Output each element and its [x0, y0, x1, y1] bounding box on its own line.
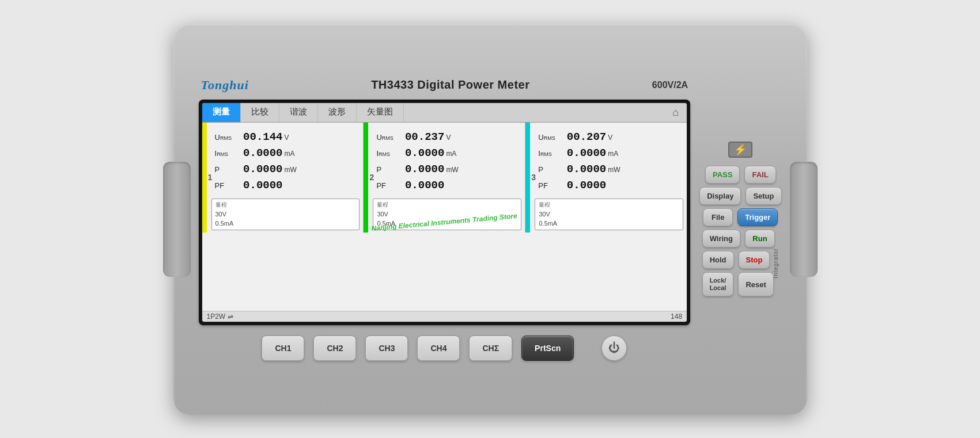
handle-right: [790, 162, 818, 277]
ch2-irms-row: IRMS 0.0000 mA: [376, 147, 521, 159]
usb-port: ⚡: [728, 142, 752, 158]
ch2-p-row: P 0.0000 mW: [376, 163, 521, 176]
screen-bezel: 测量 比较 谐波 波形 矢量图 ⌂ 1: [199, 100, 691, 325]
ch1-range: 量程 30V 0.5mA: [211, 199, 360, 230]
ch1-range-v: 30V: [215, 210, 356, 219]
lock-reset-row: Lock/Local Reset: [702, 272, 775, 296]
power-button[interactable]: ⏻: [601, 336, 627, 361]
ch2-urms-label: URMS: [376, 133, 399, 142]
ch3-pf-row: PF 0.0000: [538, 179, 683, 192]
ch3-urms-label: URMS: [538, 133, 561, 142]
ch1-irms-unit: mA: [285, 150, 298, 158]
setup-button[interactable]: Setup: [746, 187, 781, 205]
brand-logo: Tonghui: [201, 78, 249, 93]
ch2-p-unit: mW: [446, 166, 460, 174]
ch1-urms-value: 00.144: [240, 131, 283, 143]
tab-harmonic[interactable]: 谐波: [279, 103, 318, 122]
ch3-range-v: 30V: [539, 210, 679, 219]
ch1-urms-row: URMS 00.144 V: [215, 131, 360, 143]
ch1-stripe: [202, 123, 207, 233]
ch4-button[interactable]: CH4: [417, 336, 460, 361]
ch1-irms-label: IRMS: [215, 149, 238, 158]
run-button[interactable]: Run: [745, 230, 775, 247]
hold-button[interactable]: Hold: [702, 251, 734, 269]
stop-button[interactable]: Stop: [739, 251, 770, 269]
ch1-button[interactable]: CH1: [262, 336, 304, 361]
ch3-pf-label: PF: [538, 181, 561, 190]
footer-right: 148: [671, 313, 682, 321]
integrator-label: Integrator: [773, 248, 779, 279]
ch3-pf-value: 0.0000: [563, 179, 606, 192]
usb-icon: ⚡: [734, 143, 747, 156]
channel-panels: 1 URMS 00.144 V IRMS 0.000: [202, 123, 687, 233]
ch3-data: URMS 00.207 V IRMS 0.0000 mA: [535, 126, 687, 196]
display-button[interactable]: Display: [699, 187, 741, 205]
footer-left: 1P2W ⇌: [207, 313, 233, 321]
trigger-button[interactable]: Trigger: [737, 208, 778, 226]
ch2-urms-row: URMS 00.237 V: [376, 131, 521, 143]
pass-button[interactable]: PASS: [705, 166, 740, 184]
ch3-irms-value: 0.0000: [563, 147, 606, 159]
ch3-p-unit: mW: [608, 166, 622, 174]
ch1-p-unit: mW: [285, 166, 298, 174]
wiring-button[interactable]: Wiring: [702, 230, 740, 247]
prtscn-button[interactable]: PrtScn: [521, 336, 574, 361]
ch3-urms-unit: V: [608, 134, 622, 142]
ch2-button[interactable]: CH2: [313, 336, 356, 361]
handle-left: [163, 162, 191, 277]
ch1-p-label: P: [215, 165, 238, 174]
ch2-irms-value: 0.0000: [401, 147, 444, 159]
tab-bar: 测量 比较 谐波 波形 矢量图 ⌂: [202, 103, 687, 123]
right-panel: ⚡ PASS FAIL Display Setup File Trigger W…: [699, 41, 781, 398]
ch1-number: 1: [208, 173, 213, 182]
ch3-irms-unit: mA: [608, 150, 622, 158]
ch1-p-row: P 0.0000 mW: [215, 163, 360, 176]
tab-compare[interactable]: 比较: [241, 103, 279, 122]
tab-waveform[interactable]: 波形: [318, 103, 357, 122]
screen-footer: 1P2W ⇌ 148: [202, 311, 687, 322]
ch1-urms-label: URMS: [215, 133, 238, 142]
reset-button[interactable]: Reset: [738, 272, 773, 296]
device-title: TH3433 Digital Power Meter: [371, 78, 529, 92]
tab-home[interactable]: ⌂: [664, 103, 687, 122]
tab-vector[interactable]: 矢量图: [357, 103, 404, 122]
ch2-p-value: 0.0000: [401, 163, 444, 176]
ch1-pf-value: 0.0000: [240, 179, 283, 192]
fail-button[interactable]: FAIL: [744, 166, 775, 184]
tab-measure[interactable]: 测量: [202, 103, 241, 122]
ch3-p-row: P 0.0000 mW: [538, 163, 683, 176]
voltage-rating: 600V/2A: [652, 80, 688, 90]
file-trigger-row: File Trigger: [703, 208, 778, 226]
ch3-p-value: 0.0000: [563, 163, 606, 176]
ch2-data: URMS 00.237 V IRMS 0.0000 mA: [373, 126, 525, 196]
ch3-irms-row: IRMS 0.0000 mA: [538, 147, 683, 159]
ch2-irms-unit: mA: [446, 150, 460, 158]
ch1-urms-unit: V: [285, 134, 298, 142]
ch3-urms-row: URMS 00.207 V: [538, 131, 683, 143]
channel-2-panel: 2 URMS 00.237 V IRMS 0.000: [364, 123, 525, 233]
screen: 测量 比较 谐波 波形 矢量图 ⌂ 1: [202, 103, 687, 322]
ch2-range-title: 量程: [377, 200, 517, 209]
ch1-irms-row: IRMS 0.0000 mA: [215, 147, 360, 159]
ch1-pf-row: PF 0.0000: [215, 179, 360, 192]
lock-local-button[interactable]: Lock/Local: [702, 272, 734, 296]
ch1-p-value: 0.0000: [240, 163, 283, 176]
hold-stop-row: Hold Stop: [702, 251, 775, 269]
ch2-range: 量程 30V 0.5mA: [373, 199, 521, 230]
ch2-irms-label: IRMS: [376, 149, 399, 158]
ch3-irms-label: IRMS: [538, 149, 561, 158]
ch3-range-i: 0.5mA: [539, 219, 679, 228]
ch1-range-title: 量程: [215, 200, 356, 209]
file-button[interactable]: File: [703, 208, 733, 226]
ch3-button[interactable]: CH3: [365, 336, 408, 361]
ch2-pf-row: PF 0.0000: [376, 179, 521, 192]
channel-3-panel: 3 URMS 00.207 V IRMS 0.000: [525, 123, 687, 233]
wiring-run-row: Wiring Run: [702, 230, 775, 247]
ch2-range-v: 30V: [377, 210, 517, 219]
ch1-irms-value: 0.0000: [240, 147, 283, 159]
channel-1-panel: 1 URMS 00.144 V IRMS 0.000: [202, 123, 364, 233]
chsigma-button[interactable]: CHΣ: [469, 336, 512, 361]
ch3-stripe: [525, 123, 530, 233]
device-body: Tonghui TH3433 Digital Power Meter 600V/…: [173, 24, 807, 415]
ch1-pf-label: PF: [215, 181, 238, 190]
